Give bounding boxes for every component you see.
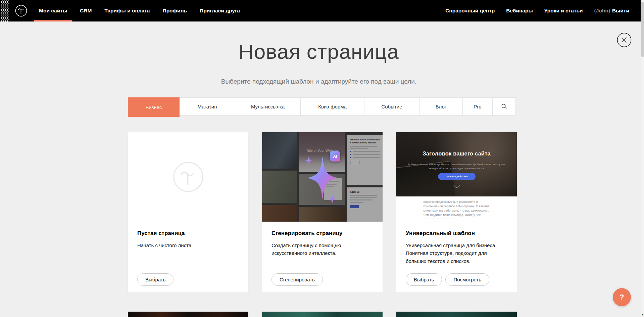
template-cards-row: Пустая страница Начать с чистого листа. … (128, 132, 517, 292)
template-category-tabs: Бизнес Магазин Мультиссылка Квиз-форма С… (128, 97, 516, 116)
tab-multilink[interactable]: Мультиссылка (235, 97, 301, 116)
nav-item-my-sites[interactable]: Мои сайты (39, 0, 67, 21)
fade-overlay (396, 217, 517, 222)
nav-item-help-center[interactable]: Справочный центр (445, 0, 495, 21)
nav-item-label: CRM (80, 8, 92, 14)
template-hero-title: Заголовок вашего сайта (396, 150, 517, 157)
tab-label: Pro (474, 104, 481, 109)
ai-sparkle-icon (262, 132, 383, 222)
tab-label: Квиз-форма (318, 104, 347, 109)
next-card-preview-1[interactable] (128, 312, 248, 317)
nav-item-label: Уроки и статьи (544, 8, 583, 14)
card-body: Пустая страница Начать с чистого листа. … (128, 222, 248, 292)
card-description: Начать с чистого листа. (137, 241, 239, 249)
tab-label: Магазин (198, 104, 217, 109)
zigzag-pattern-decoration (0, 0, 10, 21)
card-universal-template[interactable]: Заголовок вашего сайта Добавьте интересн… (396, 132, 517, 292)
page-scrollbar[interactable]: ▼ (641, 0, 644, 317)
tab-business[interactable]: Бизнес (128, 97, 180, 117)
generate-button[interactable]: Сгенерировать (271, 273, 323, 286)
view-button[interactable]: Посмотреть (445, 273, 489, 286)
nav-item-label: Профиль (162, 8, 187, 14)
chevron-down-icon (453, 185, 460, 188)
card-title: Универсальный шаблон (406, 230, 507, 237)
universal-template-preview[interactable]: Заголовок вашего сайта Добавьте интересн… (396, 132, 517, 222)
tilda-watermark-icon (172, 161, 204, 193)
card-actions: Сгенерировать (271, 273, 323, 286)
choose-button[interactable]: Выбрать (137, 273, 174, 286)
nav-item-crm[interactable]: CRM (80, 0, 92, 21)
card-actions: Выбрать Посмотреть (406, 273, 489, 286)
tilda-logo-icon[interactable] (15, 4, 28, 17)
tab-pro[interactable]: Pro (463, 97, 493, 116)
top-navigation-bar: Мои сайты CRM Тарифы и оплата Профиль Пр… (0, 0, 644, 21)
blank-page-preview[interactable] (128, 132, 248, 222)
nav-item-logout[interactable]: (John) Выйти (594, 0, 629, 21)
search-icon (501, 103, 507, 110)
secondary-nav: Справочный центр Вебинары Уроки и статьи… (445, 0, 629, 21)
nav-item-label: Пригласи друга (200, 8, 240, 14)
card-blank-page[interactable]: Пустая страница Начать с чистого листа. … (128, 132, 248, 292)
card-body: Универсальный шаблон Универсальная стран… (396, 222, 517, 292)
tab-store[interactable]: Магазин (180, 97, 235, 116)
tab-label: Бизнес (145, 104, 162, 110)
nav-item-lessons[interactable]: Уроки и статьи (544, 0, 583, 21)
tab-event[interactable]: Событие (364, 97, 419, 116)
template-hero-subtitle: Добавьте интересные подробности о вашей … (406, 163, 507, 170)
scrollbar-down-arrow[interactable]: ▼ (641, 312, 644, 317)
logout-label: Выйти (612, 8, 629, 14)
nav-item-label: Мои сайты (39, 8, 67, 14)
tab-search[interactable] (493, 97, 516, 116)
primary-nav: Мои сайты CRM Тарифы и оплата Профиль Пр… (39, 0, 240, 21)
nav-item-label: Справочный центр (445, 8, 495, 14)
card-ai-generate[interactable]: Title of Your Website Get your house in … (262, 132, 383, 292)
ai-generate-preview[interactable]: Title of Your Website Get your house in … (262, 132, 383, 222)
ai-badge: AI (330, 151, 340, 162)
card-title: Сгенерировать страницу (271, 230, 373, 237)
card-description: Универсальная страница для бизнеса. Поня… (406, 241, 507, 265)
tab-label: Блог (436, 104, 446, 109)
nav-item-label: Вебинары (506, 8, 533, 14)
question-icon: ? (620, 293, 624, 302)
next-card-preview-3[interactable] (396, 312, 517, 317)
tab-label: Мультиссылка (251, 104, 285, 109)
nav-item-label: Тарифы и оплата (104, 8, 150, 14)
next-card-preview-2[interactable] (262, 312, 383, 317)
template-body-text: Коротко представьтесь и расскажите о ком… (424, 200, 490, 219)
tab-blog[interactable]: Блог (419, 97, 463, 116)
nav-item-tariffs[interactable]: Тарифы и оплата (104, 0, 150, 21)
page-title: Новая страница (0, 40, 638, 63)
scrollbar-thumb[interactable] (641, 2, 644, 57)
next-row-previews (128, 312, 517, 317)
user-name: (John) (594, 8, 610, 14)
card-description: Создать страницу с помощью искусственног… (271, 241, 373, 257)
help-button[interactable]: ? (613, 288, 631, 306)
template-body-section: Коротко представьтесь и расскажите о ком… (396, 200, 517, 222)
nav-item-webinars[interactable]: Вебинары (506, 0, 533, 21)
nav-item-invite-friend[interactable]: Пригласи друга (200, 0, 240, 21)
template-hero-photo: Заголовок вашего сайта Добавьте интересн… (396, 132, 517, 196)
template-cta-button: Целевое действие (438, 173, 476, 180)
card-actions: Выбрать (137, 273, 174, 286)
nav-item-profile[interactable]: Профиль (162, 0, 187, 21)
tab-label: Событие (381, 104, 402, 109)
card-title: Пустая страница (137, 230, 239, 237)
choose-button[interactable]: Выбрать (406, 273, 442, 286)
page-subtitle: Выберите подходящий шаблон и адаптируйте… (0, 78, 638, 85)
card-body: Сгенерировать страницу Создать страницу … (262, 222, 383, 292)
tab-quiz-form[interactable]: Квиз-форма (301, 97, 364, 116)
close-button[interactable] (617, 33, 632, 47)
